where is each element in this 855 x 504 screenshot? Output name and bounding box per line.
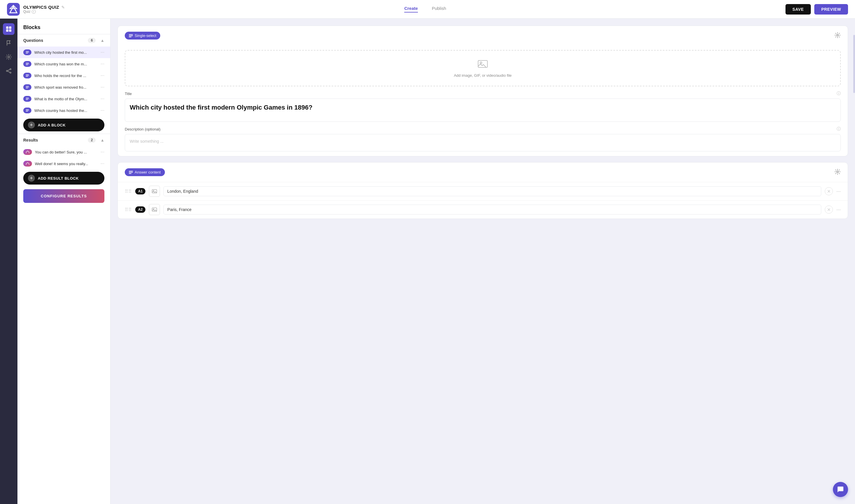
svg-rect-36 bbox=[129, 172, 133, 173]
result-item-2[interactable]: Well done! It seems you really... ··· bbox=[17, 158, 110, 169]
sidebar-share-icon[interactable] bbox=[3, 65, 15, 77]
answer-1-input[interactable] bbox=[163, 186, 821, 196]
description-placeholder: Write something ... bbox=[130, 139, 163, 144]
edit-title-icon[interactable]: ✎ bbox=[62, 5, 65, 10]
answer-2-drag-handle[interactable]: ⠿⠿ bbox=[125, 207, 132, 213]
quiz-title-row: OLYMPICS QUIZ ✎ bbox=[23, 5, 65, 10]
svg-rect-20 bbox=[26, 86, 29, 87]
questions-section-header[interactable]: Questions 6 ▲ bbox=[17, 34, 110, 47]
description-field-label: Description (optional) bbox=[125, 127, 160, 131]
svg-rect-35 bbox=[129, 171, 133, 172]
title-info-icon: ⓘ bbox=[837, 91, 841, 96]
save-button[interactable]: SAVE bbox=[785, 4, 811, 15]
results-section-header[interactable]: Results 2 ▲ bbox=[17, 134, 110, 146]
description-field-section: Description (optional) ⓘ Write something… bbox=[118, 126, 848, 156]
answer-1-badge: A1 bbox=[135, 188, 145, 195]
svg-rect-15 bbox=[26, 64, 29, 64]
media-upload-icon bbox=[477, 59, 488, 70]
answer-1-remove-button[interactable]: × bbox=[825, 187, 833, 195]
title-label-row: Title ⓘ bbox=[125, 91, 841, 96]
svg-rect-18 bbox=[26, 75, 29, 76]
single-select-settings-icon[interactable] bbox=[834, 32, 841, 39]
sidebar-flag-icon[interactable] bbox=[3, 37, 15, 49]
question-item-1[interactable]: Which city hosted the first mo... ··· bbox=[17, 47, 110, 58]
single-select-card: Single-select Single-select bbox=[118, 25, 848, 156]
question-2-menu[interactable]: ··· bbox=[101, 61, 104, 67]
add-block-button[interactable]: + ADD A BLOCK bbox=[23, 119, 104, 131]
results-label: Results bbox=[23, 138, 38, 142]
result-1-menu[interactable]: ··· bbox=[101, 149, 104, 155]
sidebar-blocks-icon[interactable] bbox=[3, 23, 15, 35]
svg-rect-37 bbox=[129, 173, 132, 174]
question-4-menu[interactable]: ··· bbox=[101, 85, 104, 90]
svg-rect-27 bbox=[26, 110, 29, 111]
svg-rect-14 bbox=[26, 63, 29, 64]
add-block-label: ADD A BLOCK bbox=[38, 123, 66, 127]
svg-rect-31 bbox=[129, 37, 132, 37]
results-chevron: ▲ bbox=[100, 138, 104, 142]
title-field-box[interactable]: Which city hosted the first modern Olymp… bbox=[125, 98, 841, 122]
title-field-value: Which city hosted the first modern Olymp… bbox=[130, 104, 836, 112]
svg-rect-12 bbox=[26, 52, 29, 53]
svg-rect-6 bbox=[9, 29, 11, 32]
answer-1-image-button[interactable] bbox=[149, 186, 160, 197]
result-item-1[interactable]: You can do better! Sure, you ... ··· bbox=[17, 146, 110, 158]
add-result-button[interactable]: + ADD RESULT BLOCK bbox=[23, 172, 104, 184]
preview-button[interactable]: PREVIEW bbox=[814, 4, 848, 15]
result-1-text: You can do better! Sure, you ... bbox=[35, 150, 98, 154]
media-upload-area[interactable]: Add image, GIF, or video/audio file bbox=[125, 50, 841, 86]
nav-publish[interactable]: Publish bbox=[432, 6, 446, 13]
svg-rect-33 bbox=[478, 60, 487, 68]
result-2-text: Well done! It seems you really... bbox=[35, 162, 98, 166]
chat-bubble-button[interactable] bbox=[833, 482, 848, 497]
nav-create[interactable]: Create bbox=[404, 6, 418, 13]
answer-1-more-menu[interactable]: ··· bbox=[836, 188, 841, 195]
answer-content-type-pill: Answer content bbox=[125, 168, 165, 176]
svg-rect-19 bbox=[26, 76, 28, 77]
question-item-4[interactable]: Which sport was removed fro... ··· bbox=[17, 82, 110, 93]
answer-content-type-label: Answer content bbox=[135, 170, 161, 174]
nav-actions: SAVE PREVIEW bbox=[785, 4, 848, 15]
question-5-icon bbox=[23, 96, 31, 102]
question-6-text: Which country has hosted the... bbox=[34, 108, 98, 113]
question-item-5[interactable]: What is the motto of the Olym... ··· bbox=[17, 93, 110, 105]
question-3-menu[interactable]: ··· bbox=[101, 73, 104, 78]
answer-2-remove-button[interactable]: × bbox=[825, 205, 833, 214]
quiz-info-icon[interactable]: i bbox=[32, 10, 36, 14]
question-5-menu[interactable]: ··· bbox=[101, 96, 104, 102]
question-1-menu[interactable]: ··· bbox=[101, 50, 104, 55]
description-field-box[interactable]: Write something ... bbox=[125, 134, 841, 151]
answer-2-input[interactable] bbox=[163, 205, 821, 215]
app-logo[interactable] bbox=[7, 3, 20, 16]
svg-point-34 bbox=[480, 62, 482, 64]
icon-sidebar bbox=[0, 19, 17, 504]
quiz-title-area: OLYMPICS QUIZ ✎ Quiz i bbox=[23, 5, 65, 14]
questions-label: Questions bbox=[23, 38, 43, 43]
svg-point-7 bbox=[8, 56, 10, 58]
answer-2-more-menu[interactable]: ··· bbox=[836, 206, 841, 213]
question-4-icon bbox=[23, 84, 31, 90]
result-2-icon bbox=[23, 161, 32, 166]
blocks-header: Blocks bbox=[17, 19, 110, 34]
question-item-6[interactable]: Which country has hosted the... ··· bbox=[17, 105, 110, 116]
questions-chevron: ▲ bbox=[100, 38, 104, 43]
add-block-plus-icon: + bbox=[28, 122, 35, 128]
question-4-text: Which sport was removed fro... bbox=[34, 85, 98, 90]
answer-1-drag-handle[interactable]: ⠿⠿ bbox=[125, 188, 132, 194]
svg-rect-28 bbox=[26, 111, 28, 112]
main-layout: Blocks Questions 6 ▲ Which city hosted t… bbox=[0, 19, 855, 504]
answer-content-settings-icon[interactable] bbox=[834, 168, 841, 176]
media-upload-text: Add image, GIF, or video/audio file bbox=[454, 73, 512, 78]
result-2-menu[interactable]: ··· bbox=[101, 161, 104, 166]
answer-2-image-button[interactable] bbox=[149, 204, 160, 215]
question-item-3[interactable]: Who holds the record for the ... ··· bbox=[17, 70, 110, 82]
sidebar-settings-icon[interactable] bbox=[3, 51, 15, 63]
result-1-icon bbox=[23, 149, 32, 155]
question-6-menu[interactable]: ··· bbox=[101, 108, 104, 113]
svg-point-32 bbox=[837, 34, 838, 36]
svg-rect-23 bbox=[26, 98, 29, 98]
svg-rect-21 bbox=[26, 87, 29, 88]
question-3-icon bbox=[23, 73, 31, 78]
question-item-2[interactable]: Which country has won the m... ··· bbox=[17, 58, 110, 70]
configure-results-button[interactable]: CONFIGURE RESULTS bbox=[23, 189, 104, 203]
